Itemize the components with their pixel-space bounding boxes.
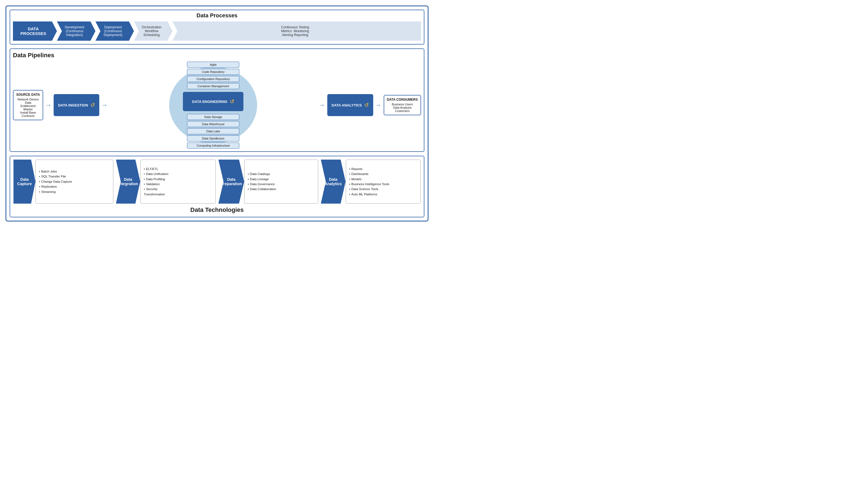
data-processes-section: Data Processes DATAPROCESSES Development… — [10, 10, 424, 44]
data-technologies-title: Data Technologies — [13, 206, 421, 214]
analytics-item-ds-tools: Data Science Tools — [349, 187, 417, 191]
integration-item-profiling: Data Profiling — [144, 177, 212, 182]
data-consumers-box: DATA CONSUMERS Business Users Data Analy… — [384, 95, 421, 115]
consumers-title: DATA CONSUMERS — [387, 98, 418, 101]
tag-data-sandboxes: Data Sandboxes — [187, 135, 239, 142]
capture-details-box: Batch Jobs SQL Transfer File Change Data… — [35, 160, 113, 204]
chevron-data-capture: DataCapture — [13, 160, 35, 204]
tag-container-mgmt: Container Management — [187, 83, 239, 89]
arrow-eng-to-analytics: → — [319, 101, 325, 109]
tech-item-capture: DataCapture Batch Jobs SQL Transfer File… — [13, 160, 113, 204]
tech-item-preparation: DataPreparation Data Catalogs Data Linea… — [218, 160, 318, 204]
prep-item-governance: Data Governance — [248, 182, 315, 187]
data-analytics-pipeline-box: DATA ANALYTICS ↺ — [327, 94, 373, 116]
source-item-install: Install Base — [16, 111, 40, 114]
engineering-recycle-icon: ↺ — [230, 98, 234, 105]
arrow-analytics-to-consumers: → — [375, 101, 381, 109]
chevron-data-preparation: DataPreparation — [218, 160, 244, 204]
tag-data-storage: Data Storage — [187, 114, 239, 120]
analytics-recycle-icon: ↺ — [364, 102, 369, 109]
tech-item-integration: DataIntegration ELT/ETL Data Unification… — [116, 160, 216, 204]
integration-item-elt: ELT/ETL — [144, 166, 212, 172]
center-circle-wrapper: Agile Code Repository Configuration Repo… — [110, 62, 316, 149]
tag-data-warehouse: Data Warehouse — [187, 121, 239, 127]
source-item-entitlement: Entitlement — [16, 104, 40, 108]
integration-item-validation: Validation — [144, 182, 212, 187]
analytics-item-dashboards: Dashboards — [349, 172, 417, 176]
chevron-data-integration: DataIntegration — [116, 160, 140, 204]
main-wrapper: Data Processes DATAPROCESSES Development… — [5, 5, 429, 221]
arrow-source-to-ingestion: → — [45, 101, 52, 109]
process-arrows: DATAPROCESSES Development(ContinuousInte… — [13, 22, 421, 41]
source-data-title: SOURCE DATA — [16, 93, 40, 97]
analytics-item-reports: Reports — [349, 166, 417, 172]
tag-computing-infra: Computing Infrastructure — [187, 143, 239, 149]
preparation-details-list: Data Catalogs Data Lineage Data Governan… — [248, 172, 315, 192]
prep-item-catalogs: Data Catalogs — [248, 172, 315, 176]
source-data-box: SOURCE DATA Network Device Data Entitlem… — [13, 90, 43, 120]
arrow-data-processes: DATAPROCESSES — [13, 22, 57, 41]
capture-item-cdc: Change Data Capture — [39, 179, 110, 184]
preparation-details-box: Data Catalogs Data Lineage Data Governan… — [244, 160, 318, 204]
engineering-label: DATA ENGINEERING — [192, 100, 227, 104]
integration-item-security: SecurityTransformation — [144, 187, 212, 197]
analytics-item-models: Models — [349, 177, 417, 182]
analytics-details-list: Reports Dashboards Models Business Intel… — [349, 166, 417, 197]
integration-item-unification: Data Unification — [144, 172, 212, 176]
data-technologies-section: DataCapture Batch Jobs SQL Transfer File… — [10, 156, 424, 217]
arrow-ingestion-to-eng: → — [101, 101, 107, 109]
data-processes-title: Data Processes — [13, 12, 421, 19]
center-column: Agile Code Repository Configuration Repo… — [166, 62, 260, 149]
consumer-business-users: Business Users — [387, 103, 418, 106]
integration-details-list: ELT/ETL Data Unification Data Profiling … — [144, 166, 212, 197]
source-item-contracts: Contracts — [16, 114, 40, 118]
ingestion-label: DATA INGESTION — [58, 103, 88, 107]
capture-item-replication: Replication — [39, 184, 110, 189]
capture-details-list: Batch Jobs SQL Transfer File Change Data… — [39, 169, 110, 194]
capture-item-sql: SQL Transfer File — [39, 174, 110, 179]
analytics-pipeline-label: DATA ANALYTICS — [332, 103, 362, 107]
arrow-deployment: Deployment(ContinuousDeployment) — [95, 22, 134, 41]
data-ingestion-box: DATA INGESTION ↺ — [54, 94, 99, 116]
tag-config-repo: Configuration Repository — [187, 76, 239, 82]
consumer-customers: Customers — [387, 109, 418, 113]
tag-code-repo: Code Repository — [187, 69, 239, 75]
analytics-item-bi-tools: Business Intelligence Tools — [349, 182, 417, 187]
source-item-master: Master — [16, 108, 40, 111]
chevron-data-analytics: DataAnalytics — [321, 160, 346, 204]
ingestion-recycle-icon: ↺ — [90, 102, 95, 109]
pipelines-title: Data Pipelines — [13, 52, 421, 59]
source-item-data: Data — [16, 101, 40, 104]
tech-item-analytics: DataAnalytics Reports Dashboards Models … — [321, 160, 421, 204]
source-item-network: Network Device — [16, 98, 40, 101]
tag-data-lake: Data Lake — [187, 128, 239, 134]
tag-agile: Agile — [187, 62, 239, 68]
data-engineering-box: DATA ENGINEERING ↺ — [183, 92, 243, 111]
tech-content: DataCapture Batch Jobs SQL Transfer File… — [13, 160, 421, 204]
arrow-continuous-testing: Continuous TestingMetrics MonitoringAler… — [173, 22, 421, 41]
consumer-data-analysts: Data Analysts — [387, 106, 418, 109]
arrow-orchestration: OrchestrationWorkflowScheduling — [134, 22, 173, 41]
prep-item-collaboration: Data Collaboration — [248, 187, 315, 191]
arrow-development: Development(ContinuousIntegration) — [57, 22, 95, 41]
capture-item-batch: Batch Jobs — [39, 169, 110, 174]
analytics-item-automl: Auto ML Platforms — [349, 192, 417, 197]
prep-item-lineage: Data Lineage — [248, 177, 315, 182]
pipelines-content: SOURCE DATA Network Device Data Entitlem… — [13, 62, 421, 149]
analytics-details-box: Reports Dashboards Models Business Intel… — [346, 160, 421, 204]
capture-item-streaming: Streaming — [39, 189, 110, 194]
data-pipelines-section: Data Pipelines SOURCE DATA Network Devic… — [10, 49, 424, 152]
integration-details-box: ELT/ETL Data Unification Data Profiling … — [140, 160, 216, 204]
